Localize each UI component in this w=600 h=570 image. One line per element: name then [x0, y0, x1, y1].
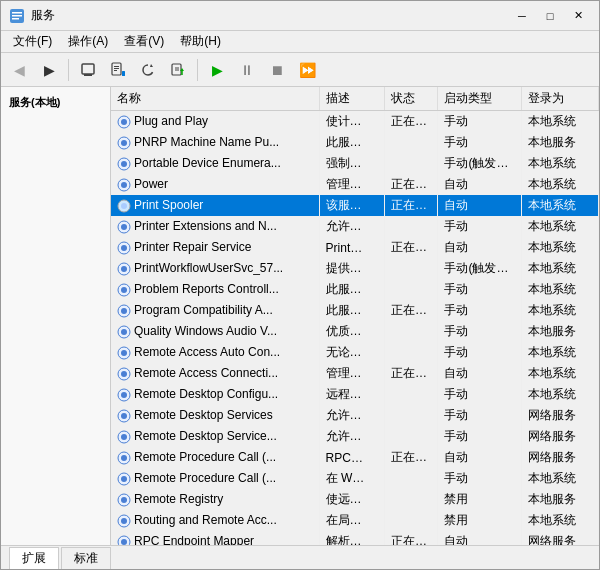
table-row[interactable]: Remote Procedure Call (...RPC…正在…自动网络服务 — [111, 447, 599, 468]
service-starttype-cell: 手动 — [438, 132, 521, 153]
svg-point-30 — [121, 245, 127, 251]
service-status-cell: 正在… — [384, 237, 438, 258]
table-row[interactable]: PNRP Machine Name Pu...此服…手动本地服务 — [111, 132, 599, 153]
properties-button[interactable] — [104, 57, 132, 83]
table-row[interactable]: Remote Desktop Service...允许…手动网络服务 — [111, 426, 599, 447]
sidebar-services-local[interactable]: 服务(本地) — [5, 93, 106, 112]
table-row[interactable]: PrintWorkflowUserSvc_57...提供…手动(触发…本地系统 — [111, 258, 599, 279]
table-row[interactable]: Print Spooler该服…正在…自动本地系统 — [111, 195, 599, 216]
service-starttype-cell: 手动 — [438, 216, 521, 237]
service-icon — [117, 115, 131, 129]
table-row[interactable]: Program Compatibility A...此服…正在…手动本地系统 — [111, 300, 599, 321]
service-login-cell: 本地系统 — [521, 279, 598, 300]
service-desc-cell: 该服… — [319, 195, 384, 216]
table-row[interactable]: Remote Desktop Configu...远程…手动本地系统 — [111, 384, 599, 405]
table-row[interactable]: Portable Device Enumera...强制…手动(触发…本地系统 — [111, 153, 599, 174]
service-desc-cell: 解析… — [319, 531, 384, 545]
service-icon — [117, 514, 131, 528]
col-header-start[interactable]: 启动类型 — [438, 87, 521, 111]
restart-button[interactable]: ⏩ — [293, 57, 321, 83]
service-name-cell: Portable Device Enumera... — [111, 153, 319, 174]
service-status-cell: 正在… — [384, 300, 438, 321]
col-header-desc[interactable]: 描述 — [319, 87, 384, 111]
table-row[interactable]: Remote Registry使远…禁用本地服务 — [111, 489, 599, 510]
service-status-cell — [384, 153, 438, 174]
col-header-login[interactable]: 登录为 — [521, 87, 598, 111]
service-icon — [117, 325, 131, 339]
service-name-cell: Remote Registry — [111, 489, 319, 510]
svg-point-26 — [121, 203, 127, 209]
tab-extended[interactable]: 扩展 — [9, 547, 59, 569]
close-button[interactable]: ✕ — [565, 6, 591, 26]
service-icon — [117, 136, 131, 150]
table-row[interactable]: Problem Reports Controll...此服…手动本地系统 — [111, 279, 599, 300]
services-table-container[interactable]: 名称 描述 状态 启动类型 登录为 Plug and Play使计…正在…手动本… — [111, 87, 599, 545]
service-starttype-cell: 手动(触发… — [438, 153, 521, 174]
table-row[interactable]: Remote Access Connecti...管理…正在…自动本地系统 — [111, 363, 599, 384]
service-desc-cell: 管理… — [319, 174, 384, 195]
service-icon — [117, 220, 131, 234]
refresh-button[interactable] — [134, 57, 162, 83]
service-status-cell — [384, 405, 438, 426]
stop-button[interactable]: ⏹ — [263, 57, 291, 83]
service-name-cell: Remote Access Auto Con... — [111, 342, 319, 363]
svg-point-28 — [121, 224, 127, 230]
back-button[interactable]: ◀ — [5, 57, 33, 83]
table-row[interactable]: Routing and Remote Acc...在局…禁用本地系统 — [111, 510, 599, 531]
service-desc-cell: 强制… — [319, 153, 384, 174]
table-row[interactable]: Remote Procedure Call (...在 W…手动本地系统 — [111, 468, 599, 489]
service-status-cell — [384, 216, 438, 237]
service-login-cell: 本地系统 — [521, 195, 598, 216]
table-row[interactable]: Power管理…正在…自动本地系统 — [111, 174, 599, 195]
service-name-cell: PNRP Machine Name Pu... — [111, 132, 319, 153]
table-row[interactable]: Remote Access Auto Con...无论…手动本地系统 — [111, 342, 599, 363]
service-name-cell: RPC Endpoint Mapper — [111, 531, 319, 545]
menu-help[interactable]: 帮助(H) — [172, 31, 229, 52]
svg-rect-3 — [12, 18, 19, 20]
menu-file[interactable]: 文件(F) — [5, 31, 60, 52]
minimize-button[interactable]: ─ — [509, 6, 535, 26]
table-row[interactable]: Printer Extensions and N...允许…手动本地系统 — [111, 216, 599, 237]
service-starttype-cell: 自动 — [438, 195, 521, 216]
svg-point-48 — [121, 434, 127, 440]
table-row[interactable]: Printer Repair ServicePrint…正在…自动本地系统 — [111, 237, 599, 258]
forward-button[interactable]: ▶ — [35, 57, 63, 83]
service-login-cell: 本地系统 — [521, 300, 598, 321]
sidebar: 服务(本地) — [1, 87, 111, 545]
service-desc-cell: 提供… — [319, 258, 384, 279]
menu-action[interactable]: 操作(A) — [60, 31, 116, 52]
service-login-cell: 本地系统 — [521, 111, 598, 133]
svg-rect-4 — [82, 64, 94, 74]
table-row[interactable]: Remote Desktop Services允许…手动网络服务 — [111, 405, 599, 426]
col-header-name[interactable]: 名称 — [111, 87, 319, 111]
service-desc-cell: 允许… — [319, 216, 384, 237]
svg-point-52 — [121, 476, 127, 482]
service-starttype-cell: 手动 — [438, 342, 521, 363]
service-desc-cell: 此服… — [319, 279, 384, 300]
service-name-cell: Remote Procedure Call (... — [111, 468, 319, 489]
pause-button[interactable]: ⏸ — [233, 57, 261, 83]
play-button[interactable]: ▶ — [203, 57, 231, 83]
export-button[interactable] — [164, 57, 192, 83]
service-starttype-cell: 禁用 — [438, 489, 521, 510]
menu-view[interactable]: 查看(V) — [116, 31, 172, 52]
service-desc-cell: 使远… — [319, 489, 384, 510]
main-panel: 名称 描述 状态 启动类型 登录为 Plug and Play使计…正在…手动本… — [111, 87, 599, 545]
svg-rect-9 — [114, 70, 117, 71]
col-header-status[interactable]: 状态 — [384, 87, 438, 111]
service-starttype-cell: 自动 — [438, 531, 521, 545]
maximize-button[interactable]: □ — [537, 6, 563, 26]
app-icon — [9, 8, 25, 24]
service-icon — [117, 262, 131, 276]
up-button[interactable] — [74, 57, 102, 83]
service-desc-cell: 远程… — [319, 384, 384, 405]
service-name-cell: Routing and Remote Acc... — [111, 510, 319, 531]
service-icon — [117, 451, 131, 465]
table-row[interactable]: Quality Windows Audio V...优质…手动本地服务 — [111, 321, 599, 342]
service-login-cell: 本地系统 — [521, 258, 598, 279]
table-row[interactable]: Plug and Play使计…正在…手动本地系统 — [111, 111, 599, 133]
service-status-cell: 正在… — [384, 111, 438, 133]
tab-standard[interactable]: 标准 — [61, 547, 111, 569]
table-row[interactable]: RPC Endpoint Mapper解析…正在…自动网络服务 — [111, 531, 599, 545]
service-login-cell: 网络服务 — [521, 531, 598, 545]
